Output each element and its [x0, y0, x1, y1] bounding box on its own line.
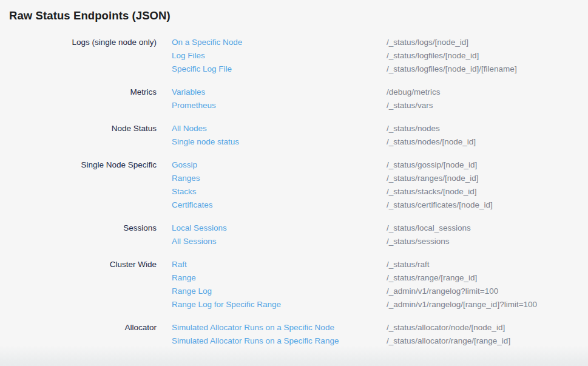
endpoint-row: Local Sessions /_status/local_sessions: [172, 222, 579, 235]
endpoint-path: /_status/certificates/[node_id]: [387, 198, 493, 212]
category-label: Logs (single node only): [9, 36, 157, 76]
endpoint-row: Single node status /_status/nodes/[node_…: [172, 135, 579, 149]
endpoint-row: Log Files /_status/logfiles/[node_id]: [172, 49, 579, 63]
endpoint-row: Simulated Allocator Runs on a Specific R…: [172, 334, 579, 348]
endpoint-group-logs: Logs (single node only) On a Specific No…: [9, 36, 579, 76]
endpoint-link[interactable]: Range: [172, 271, 387, 285]
category-label: Node Status: [9, 122, 157, 149]
endpoint-rows: Simulated Allocator Runs on a Specific N…: [172, 321, 579, 348]
endpoint-path: /_status/local_sessions: [387, 222, 471, 235]
endpoint-rows: Variables /debug/metrics Prometheus /_st…: [172, 86, 579, 112]
endpoint-row: Range Log for Specific Range /_admin/v1/…: [172, 298, 579, 311]
endpoint-path: /_status/range/[range_id]: [387, 271, 477, 285]
endpoint-link[interactable]: Variables: [172, 86, 387, 99]
endpoint-row: Gossip /_status/gossip/[node_id]: [172, 158, 579, 172]
category-label: Metrics: [9, 86, 157, 112]
page-title: Raw Status Endpoints (JSON): [9, 8, 579, 24]
endpoint-link[interactable]: Range Log: [172, 285, 387, 298]
endpoint-row: Range Log /_admin/v1/rangelog?limit=100: [172, 285, 579, 298]
endpoint-path: /_status/nodes/[node_id]: [387, 135, 476, 149]
endpoint-link[interactable]: Prometheus: [172, 99, 387, 112]
endpoint-link[interactable]: Specific Log File: [172, 63, 387, 76]
endpoint-row: Ranges /_status/ranges/[node_id]: [172, 172, 579, 185]
endpoint-link[interactable]: On a Specific Node: [172, 36, 387, 49]
endpoint-link[interactable]: Gossip: [172, 158, 387, 172]
endpoint-row: Specific Log File /_status/logfiles/[nod…: [172, 63, 579, 76]
endpoint-link[interactable]: All Sessions: [172, 235, 387, 248]
endpoint-path: /_status/allocator/node/[node_id]: [387, 321, 505, 334]
category-label: Single Node Specific: [9, 158, 157, 212]
endpoint-path: /_status/sessions: [387, 235, 450, 248]
endpoint-path: /_status/logfiles/[node_id]: [387, 49, 479, 63]
endpoint-row: On a Specific Node /_status/logs/[node_i…: [172, 36, 579, 49]
endpoint-link[interactable]: All Nodes: [172, 122, 387, 135]
endpoint-link[interactable]: Raft: [172, 258, 387, 271]
endpoint-group-single-node-specific: Single Node Specific Gossip /_status/gos…: [9, 158, 579, 212]
endpoint-path: /_status/ranges/[node_id]: [387, 172, 479, 185]
endpoint-link[interactable]: Simulated Allocator Runs on a Specific R…: [172, 334, 387, 348]
endpoint-row: All Nodes /_status/nodes: [172, 122, 579, 135]
endpoint-row: Prometheus /_status/vars: [172, 99, 579, 112]
endpoint-link[interactable]: Simulated Allocator Runs on a Specific N…: [172, 321, 387, 334]
endpoint-path: /_status/stacks/[node_id]: [387, 185, 477, 198]
endpoint-link[interactable]: Ranges: [172, 172, 387, 185]
endpoint-row: Stacks /_status/stacks/[node_id]: [172, 185, 579, 198]
endpoint-rows: Local Sessions /_status/local_sessions A…: [172, 222, 579, 248]
endpoint-link[interactable]: Single node status: [172, 135, 387, 149]
endpoint-rows: On a Specific Node /_status/logs/[node_i…: [172, 36, 579, 76]
category-label: Cluster Wide: [9, 258, 157, 311]
endpoint-row: Range /_status/range/[range_id]: [172, 271, 579, 285]
endpoint-group-allocator: Allocator Simulated Allocator Runs on a …: [9, 321, 579, 348]
endpoint-path: /debug/metrics: [387, 86, 441, 99]
endpoint-link[interactable]: Certificates: [172, 198, 387, 212]
endpoint-path: /_status/raft: [387, 258, 430, 271]
endpoint-path: /_admin/v1/rangelog/[range_id]?limit=100: [387, 298, 537, 311]
endpoint-path: /_status/vars: [387, 99, 433, 112]
endpoint-link[interactable]: Log Files: [172, 49, 387, 63]
endpoint-row: Variables /debug/metrics: [172, 86, 579, 99]
endpoint-rows: Gossip /_status/gossip/[node_id] Ranges …: [172, 158, 579, 212]
raw-status-endpoints-section: Raw Status Endpoints (JSON) Logs (single…: [0, 0, 588, 348]
endpoint-path: /_admin/v1/rangelog?limit=100: [387, 285, 498, 298]
endpoint-link[interactable]: Local Sessions: [172, 222, 387, 235]
endpoint-link[interactable]: Stacks: [172, 185, 387, 198]
endpoint-rows: All Nodes /_status/nodes Single node sta…: [172, 122, 579, 149]
endpoint-row: Simulated Allocator Runs on a Specific N…: [172, 321, 579, 334]
endpoint-path: /_status/logs/[node_id]: [387, 36, 468, 49]
endpoint-group-sessions: Sessions Local Sessions /_status/local_s…: [9, 222, 579, 248]
endpoint-row: Raft /_status/raft: [172, 258, 579, 271]
endpoint-group-node-status: Node Status All Nodes /_status/nodes Sin…: [9, 122, 579, 149]
endpoint-path: /_status/logfiles/[node_id]/[filename]: [387, 63, 517, 76]
category-label: Allocator: [9, 321, 157, 348]
endpoint-row: Certificates /_status/certificates/[node…: [172, 198, 579, 212]
endpoint-path: /_status/nodes: [387, 122, 440, 135]
endpoint-rows: Raft /_status/raft Range /_status/range/…: [172, 258, 579, 311]
endpoint-group-metrics: Metrics Variables /debug/metrics Prometh…: [9, 86, 579, 112]
endpoint-row: All Sessions /_status/sessions: [172, 235, 579, 248]
endpoint-path: /_status/gossip/[node_id]: [387, 158, 477, 172]
page-bottom-gradient: [0, 345, 588, 366]
category-label: Sessions: [9, 222, 157, 248]
endpoint-link[interactable]: Range Log for Specific Range: [172, 298, 387, 311]
endpoint-path: /_status/allocator/range/[range_id]: [387, 334, 510, 348]
endpoint-group-cluster-wide: Cluster Wide Raft /_status/raft Range /_…: [9, 258, 579, 311]
